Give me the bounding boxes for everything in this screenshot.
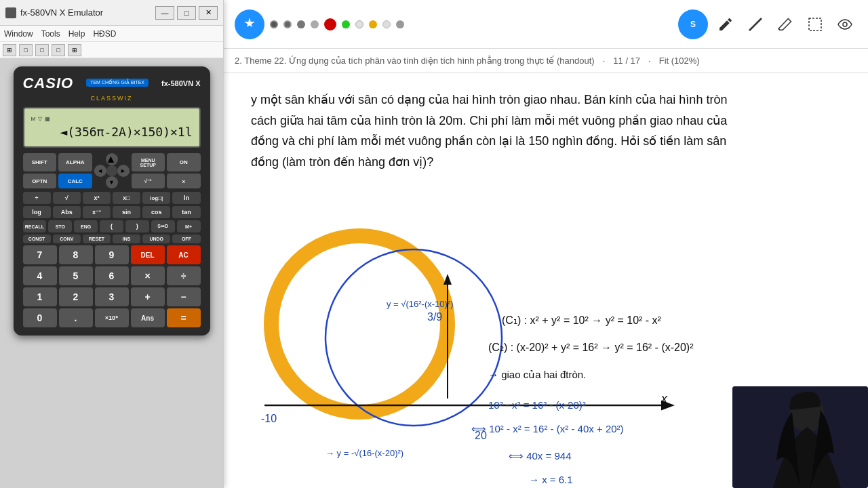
dot-dark2[interactable] (283, 20, 292, 28)
toolbar-btn-5[interactable]: ⊞ (68, 44, 81, 56)
sto-btn[interactable]: STO (48, 220, 72, 232)
x-btn[interactable]: x (167, 174, 201, 188)
sqrt-btn[interactable]: √ (53, 192, 81, 204)
user-avatar-button[interactable]: S (678, 9, 708, 39)
lparen-btn[interactable]: ( (100, 220, 123, 232)
inv-btn[interactable]: x⁻¹ (83, 206, 111, 218)
divide2-btn[interactable]: ÷ (167, 266, 201, 285)
recall-btn[interactable]: RECALL (23, 220, 47, 232)
ac-btn[interactable]: AC (167, 245, 201, 264)
dot-light2[interactable] (382, 20, 391, 28)
optn-btn[interactable]: OPTN (23, 174, 57, 188)
dpad-left[interactable]: ◄ (94, 165, 106, 177)
calc-btn[interactable]: CALC (58, 174, 92, 188)
line-tool-button[interactable] (743, 12, 768, 37)
log-box-btn[interactable]: log□| (142, 192, 170, 204)
rparen-btn[interactable]: ) (125, 220, 149, 232)
toolbar-btn-3[interactable]: □ (35, 44, 49, 56)
dot-red[interactable] (324, 18, 336, 30)
num3-btn[interactable]: 3 (95, 287, 129, 306)
dot-light1[interactable] (311, 20, 319, 28)
num2-btn[interactable]: 2 (59, 287, 93, 306)
minimize-button[interactable]: — (155, 6, 174, 20)
presentation-panel: S (224, 0, 868, 488)
ans-btn[interactable]: Ans (131, 308, 165, 327)
dpad-down[interactable]: ▼ (106, 176, 118, 188)
num7-btn[interactable]: 7 (23, 245, 57, 264)
toolbar-btn-4[interactable]: □ (52, 44, 65, 56)
const-row: CONST CONV RESET INS UNDO OFF (23, 235, 201, 243)
minus-btn[interactable]: − (167, 287, 201, 306)
svg-text:→ y = -√(16-(x-20)²): → y = -√(16-(x-20)²) (326, 448, 403, 458)
shift-btn[interactable]: SHIFT (23, 153, 57, 171)
abs-btn[interactable]: Abs (53, 206, 81, 218)
dot-gray[interactable] (396, 20, 404, 28)
num6-btn[interactable]: 6 (95, 266, 129, 285)
equals-btn[interactable]: = (167, 308, 201, 327)
plus-btn[interactable]: + (131, 287, 165, 306)
eraser-tool-button[interactable] (773, 12, 797, 37)
tan-btn[interactable]: tan (172, 206, 200, 218)
menubar: Window Tools Help HĐSD (0, 26, 223, 42)
toolbar-btn-2[interactable]: □ (19, 44, 33, 56)
divide-btn[interactable]: ÷ (23, 192, 51, 204)
dot-dark3[interactable] (297, 20, 305, 28)
reset-btn[interactable]: RESET (83, 235, 111, 243)
on-btn[interactable]: ON (167, 153, 201, 171)
power-btn[interactable]: x□ (113, 192, 140, 204)
svg-line-1 (749, 18, 762, 30)
ln-btn[interactable]: ln (172, 192, 200, 204)
num8-btn[interactable]: 8 (59, 245, 93, 264)
pen-icon (717, 16, 734, 33)
svg-text:⟺ 10² - x² = 16² - (x² - 40x +: ⟺ 10² - x² = 16² - (x² - 40x + 20²) (471, 423, 624, 434)
scribe-logo-button[interactable] (235, 9, 264, 39)
const-btn[interactable]: CONST (23, 235, 51, 243)
maximize-button[interactable]: □ (177, 6, 196, 20)
func1-btn[interactable]: √⁻¹ (132, 174, 165, 188)
dpad-right[interactable]: ► (117, 165, 130, 177)
svg-text:-10: -10 (261, 413, 277, 424)
menu-hddsd[interactable]: HĐSD (93, 29, 116, 39)
conv-btn[interactable]: CONV (53, 235, 81, 243)
square-btn[interactable]: x² (83, 192, 111, 204)
num5-btn[interactable]: 5 (59, 266, 93, 285)
close-button[interactable]: ✕ (199, 6, 218, 20)
dpad-up[interactable]: ▲ (106, 153, 118, 165)
dot-white[interactable] (355, 20, 363, 28)
view-tool-button[interactable] (833, 12, 857, 37)
ins-btn[interactable]: INS (113, 235, 140, 243)
num0-btn[interactable]: 0 (23, 308, 57, 327)
dot-btn[interactable]: . (59, 308, 93, 327)
menu-window[interactable]: Window (4, 29, 33, 39)
memory-row: RECALL STO ENG ( ) S⇔D M+ (23, 220, 201, 232)
dot-green[interactable] (342, 20, 350, 28)
sci-btn[interactable]: ×10ˣ (95, 308, 129, 327)
dpad-center[interactable] (106, 165, 117, 176)
eng-btn[interactable]: ENG (74, 220, 98, 232)
log-btn[interactable]: log (23, 206, 51, 218)
undo-btn[interactable]: UNDO (142, 235, 170, 243)
selection-tool-button[interactable] (803, 12, 827, 37)
alpha-btn[interactable]: ALPHA (58, 153, 92, 171)
menu-tools[interactable]: Tools (41, 29, 60, 39)
window-controls: — □ ✕ (155, 6, 218, 20)
sd-btn[interactable]: S⇔D (151, 220, 175, 232)
menu-help[interactable]: Help (68, 29, 85, 39)
times-btn[interactable]: × (131, 266, 165, 285)
off-btn[interactable]: OFF (172, 235, 200, 243)
mplus-btn[interactable]: M+ (177, 220, 201, 232)
num9-btn[interactable]: 9 (95, 245, 129, 264)
num4-btn[interactable]: 4 (23, 266, 57, 285)
pen-tool-button[interactable] (713, 12, 738, 37)
calculator-outer: CASIO TEM CHỐNG GIẢ BITEX fx-580VN X CLA… (14, 66, 210, 336)
menu-setup-btn[interactable]: MENUSETUP (132, 153, 165, 171)
num1-btn[interactable]: 1 (23, 287, 57, 306)
dot-dark1[interactable] (270, 20, 278, 28)
dpad: ▲ ▼ ◄ ► (94, 153, 130, 188)
calculator-display: M ▽ ▦ ◄(356π-2A)×150)×1l (23, 107, 201, 148)
del-btn[interactable]: DEL (131, 245, 165, 264)
cos-btn[interactable]: cos (142, 206, 170, 218)
sin-btn[interactable]: sin (113, 206, 140, 218)
dot-yellow[interactable] (369, 20, 377, 28)
toolbar-btn-1[interactable]: ⊞ (3, 44, 16, 56)
